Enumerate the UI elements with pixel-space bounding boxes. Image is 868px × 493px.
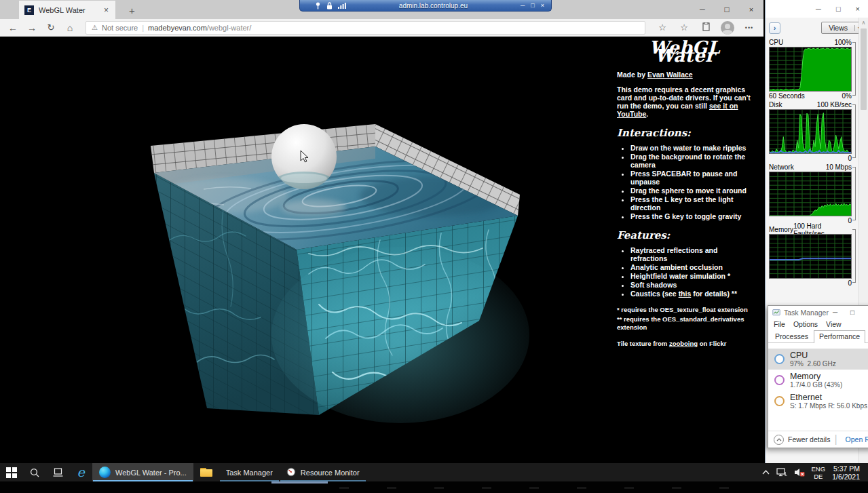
list-item: Drag the background to rotate the camera [630, 153, 753, 169]
scroll-up-arrow-icon[interactable]: ∧ [859, 18, 868, 28]
hub-icon[interactable] [696, 22, 716, 33]
perf-item-detail: 1.7/4.0 GB (43%) [790, 381, 842, 389]
profile-avatar[interactable] [721, 21, 734, 35]
taskbar-app-webgl-water-pro[interactable]: WebGL Water - Pro... [92, 463, 193, 481]
byline: Made by Evan Wallace [617, 71, 753, 79]
search-icon [30, 468, 39, 477]
maximize-button[interactable]: □ [715, 0, 739, 19]
remote-desktop-screen: E WebGL Water × + ─ □ × ← → ↻ ⌂ ⚠ Not se… [0, 0, 868, 493]
inline-link[interactable]: this [679, 290, 692, 298]
taskbar-app-task-manager[interactable]: Task Manager [219, 463, 280, 481]
list-item: Draw on the water to make ripples [630, 144, 753, 152]
forward-button[interactable]: → [23, 22, 41, 33]
tab-performance[interactable]: Performance [814, 330, 865, 343]
cpu-graph-footer-left: 60 Seconds [769, 92, 805, 100]
browser-tab[interactable]: E WebGL Water × [19, 1, 115, 19]
webgl-canvas[interactable]: WebGL Water Made by Evan Wallace This de… [0, 37, 763, 463]
taskmgr-minimize-button[interactable]: ─ [833, 309, 837, 316]
list-item: Drag the sphere to move it around [630, 186, 753, 195]
home-button[interactable]: ⌂ [61, 22, 79, 33]
host-taskbar-highlight [271, 481, 328, 484]
internet-explorer-button[interactable]: e [69, 463, 92, 481]
browser-window: E WebGL Water × + ─ □ × ← → ↻ ⌂ ⚠ Not se… [0, 0, 763, 463]
resmon-maximize-button[interactable]: □ [836, 5, 841, 13]
menu-view[interactable]: View [826, 320, 842, 328]
footer-separator: | [834, 433, 837, 446]
page-title: WebGL Water [617, 43, 753, 60]
rdp-minimize-button[interactable]: ─ [521, 2, 525, 9]
menu-options[interactable]: Options [793, 320, 818, 328]
page-url: madebyevan.com/webgl-water/ [148, 24, 251, 32]
not-secure-warning-icon: ⚠ [92, 24, 98, 31]
taskmgr-performance-list: CPU97% 2.60 GHzMemory1.7/4.0 GB (43%)Eth… [768, 343, 868, 412]
fewer-details-button[interactable]: Fewer details [788, 435, 830, 443]
taskmgr-maximize-button[interactable]: □ [850, 309, 854, 316]
browser-window-controls: ─ □ × [690, 0, 763, 19]
resmon-close-button[interactable]: × [856, 5, 860, 13]
scrollbar-thumb[interactable] [861, 28, 867, 110]
start-button[interactable] [0, 463, 23, 481]
resmon-graphs: CPU100%60 Seconds0%Disk100 KB/sec0Networ… [766, 37, 868, 287]
disk-graph-plot [769, 109, 852, 154]
taskbar-app-resource-monitor[interactable]: Resource Monitor [280, 463, 366, 481]
taskmgr-title-bar: Task Manager ─ □ [768, 306, 868, 319]
views-button[interactable]: Views ▾ [821, 22, 864, 34]
memory-thumbnail-icon [774, 375, 785, 385]
favorites-list-icon[interactable]: ☆ [674, 22, 694, 33]
tab-close-icon[interactable]: × [102, 5, 110, 15]
cpu-graph: CPU100%60 Seconds0% [769, 38, 852, 100]
network-graph-plot [769, 172, 852, 216]
rdp-close-button[interactable]: × [541, 2, 544, 9]
author-link[interactable]: Evan Wallace [647, 71, 693, 79]
disk-graph-label: Disk [769, 101, 782, 109]
address-bar[interactable]: ⚠ Not secure | madebyevan.com/webgl-wate… [86, 21, 645, 35]
taskbar-app-label: Task Manager [226, 469, 273, 477]
search-button[interactable] [23, 463, 46, 481]
tab-users[interactable]: Users [865, 330, 868, 342]
info-panel: WebGL Water Made by Evan Wallace This de… [617, 42, 753, 348]
list-item: Press the G key to toggle gravity [630, 212, 753, 220]
memory-graph: Memory100 Hard Faults/sec0 [769, 225, 852, 287]
browser-toolbar: ← → ↻ ⌂ ⚠ Not secure | madebyevan.com/we… [0, 19, 763, 37]
close-button[interactable]: × [739, 0, 763, 19]
zooboing-link[interactable]: zooboing [669, 340, 698, 347]
task-view-button[interactable] [46, 463, 69, 481]
new-tab-button[interactable]: + [125, 5, 139, 19]
rdp-connection-bar: admin.lab.controlup.eu ─ □ × [299, 0, 552, 12]
cpu-graph-plot [769, 47, 852, 92]
perf-item-ethernet[interactable]: EthernetS: 1.7 Mbps R: 56.0 Kbps [768, 391, 868, 412]
settings-more-icon[interactable]: ••• [739, 24, 759, 31]
taskmgr-menu-bar: FileOptionsView [768, 319, 868, 330]
perf-item-memory[interactable]: Memory1.7/4.0 GB (43%) [768, 370, 868, 391]
fewer-details-chevron-icon [774, 435, 784, 445]
pin-icon[interactable] [315, 2, 321, 9]
open-resource-monitor-link[interactable]: Open Resource [846, 435, 868, 443]
footnote-1: * requires the OES_texture_float extensi… [617, 306, 753, 314]
expand-panel-button[interactable]: › [769, 22, 780, 34]
list-item: Soft shadows [630, 281, 753, 289]
language-indicator[interactable]: ENGDE [812, 465, 826, 480]
menu-file[interactable]: File [774, 320, 785, 328]
favorites-star-icon[interactable]: ☆ [652, 22, 673, 33]
taskbar: e WebGL Water - Pro...Task ManagerResour… [0, 463, 868, 481]
tab-processes[interactable]: Processes [770, 330, 814, 342]
volume-muted-icon[interactable] [794, 468, 805, 477]
memory-graph-label: Memory [769, 226, 793, 233]
refresh-button[interactable]: ↻ [42, 22, 60, 33]
perf-item-name: CPU [790, 351, 836, 360]
taskmgr-footer: Fewer details | Open Resource [768, 431, 868, 448]
perf-item-cpu[interactable]: CPU97% 2.60 GHz [768, 349, 868, 370]
resmon-minimize-button[interactable]: ─ [816, 5, 821, 13]
not-secure-label: Not secure [102, 24, 138, 32]
rdp-restore-button[interactable]: □ [531, 2, 534, 9]
back-button[interactable]: ← [4, 22, 22, 33]
network-icon[interactable] [776, 468, 787, 477]
tray-expand-chevron-icon[interactable] [762, 470, 770, 475]
taskbar-app-file-explorer[interactable] [193, 463, 219, 481]
rdp-host-label: admin.lab.controlup.eu [346, 2, 521, 9]
cpu-graph-max-label: 100% [834, 39, 852, 46]
resmon-title-bar: ─ □ × [766, 0, 868, 18]
clock[interactable]: 5:37 PM 1/6/2021 [832, 465, 863, 481]
task-manager-app-icon [772, 309, 780, 317]
minimize-button[interactable]: ─ [690, 0, 715, 19]
